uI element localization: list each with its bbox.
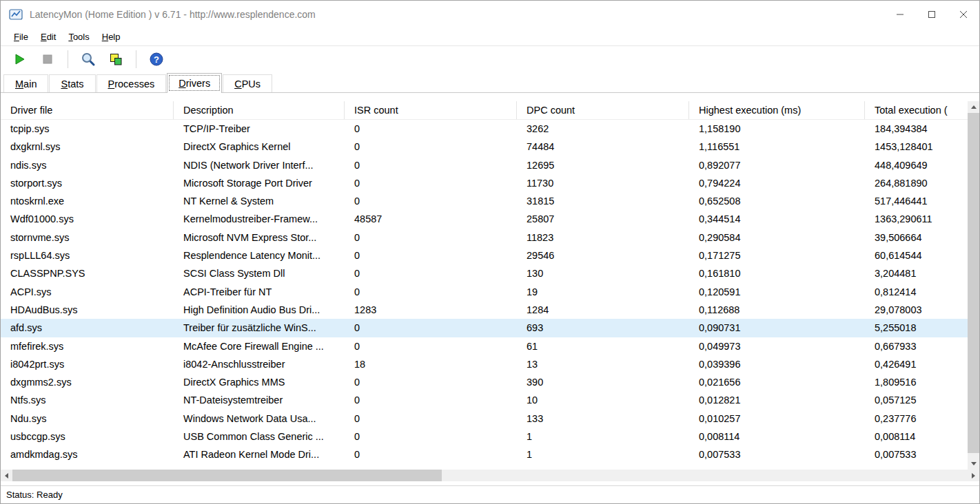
table-cell: 0 [345,138,517,156]
vertical-scrollbar-thumb[interactable] [968,113,979,453]
table-cell: 0,012821 [689,391,865,409]
table-row[interactable]: Wdf01000.sysKernelmodustreiber-Framew...… [1,210,968,228]
help-button[interactable]: ? [145,49,167,70]
table-row[interactable]: ACPI.sysACPI-Treiber für NT0190,1205910,… [1,283,968,301]
tab-drivers[interactable]: Drivers [167,73,222,93]
column-header-driver-file[interactable]: Driver file [1,101,174,119]
table-cell: tcpip.sys [1,120,174,138]
play-icon [13,52,27,66]
table-row[interactable]: usbccgp.sysUSB Common Class Generic ...0… [1,428,968,445]
table-cell: 1,809516 [865,373,968,391]
table-cell: 0,426491 [865,355,968,373]
table-row[interactable]: dxgkrnl.sysDirectX Graphics Kernel074484… [1,138,968,156]
menu-tools[interactable]: Tools [62,30,95,44]
table-cell: 0,171275 [689,246,865,264]
table-cell: 0 [345,246,517,264]
table-cell: 0,057125 [865,391,968,409]
scroll-down-button[interactable] [968,458,979,470]
table-cell: 13 [517,355,689,373]
table-cell: dxgmms2.sys [1,373,174,391]
tab-main[interactable]: Main [3,74,48,92]
table-cell: 0,039396 [689,355,865,373]
table-cell: Windows Network Data Usa... [174,410,345,428]
table-cell: McAfee Core Firewall Engine ... [174,337,345,355]
column-header-isr-count[interactable]: ISR count [345,101,517,119]
report-copy-button[interactable] [105,49,127,70]
table-cell: Microsoft NVM Express Stor... [174,229,345,246]
table-cell: 0,344514 [689,210,865,228]
table-cell: usbccgp.sys [1,428,174,445]
table-row[interactable]: stornvme.sysMicrosoft NVM Express Stor..… [1,229,968,246]
table-row[interactable]: tcpip.sysTCP/IP-Treiber032621,158190184,… [1,120,968,138]
table-cell: 0,008114 [689,428,865,445]
tab-cpus-label: PUs [242,78,261,90]
table-cell: 29,078003 [865,301,968,319]
table-cell: amdkmdag.sys [1,445,174,463]
table-cell: 0,090731 [689,319,865,337]
table-row[interactable]: dxgmms2.sysDirectX Graphics MMS03900,021… [1,373,968,391]
caption-buttons [884,1,979,28]
tab-cpus-accel: C [234,78,241,90]
tab-processes[interactable]: Processes [96,74,167,92]
tab-stats-accel: S [61,78,68,90]
tab-stats[interactable]: Stats [49,74,95,92]
table-row[interactable]: amdkmdag.sysATI Radeon Kernel Mode Dri..… [1,445,968,463]
table-row[interactable]: ndis.sysNDIS (Network Driver Interf...01… [1,156,968,174]
minimize-button[interactable] [884,1,916,28]
table-cell: 5,255018 [865,319,968,337]
table-row[interactable]: ntoskrnl.exeNT Kernel & System0318150,65… [1,192,968,210]
menu-edit-accel: E [41,32,47,42]
vertical-scrollbar[interactable] [968,101,979,470]
column-header-highest-execution[interactable]: Highest execution (ms) [689,101,865,119]
table-cell: 0 [345,283,517,301]
table-cell: 11730 [517,174,689,192]
scroll-up-button[interactable] [968,101,979,113]
table-row[interactable]: HDAudBus.sysHigh Definition Audio Bus Dr… [1,301,968,319]
scroll-left-button[interactable] [1,470,12,481]
tab-main-accel: M [15,78,23,90]
table-cell: High Definition Audio Bus Dri... [174,301,345,319]
table-row[interactable]: i8042prt.sysi8042-Anschlusstreiber18130,… [1,355,968,373]
table-cell: SCSI Class System Dll [174,264,345,282]
table-cell: 0,667933 [865,337,968,355]
maximize-button[interactable] [916,1,948,28]
menubar: File Edit Tools Help [1,28,979,46]
table-cell: 1283 [345,301,517,319]
table-cell: 0 [345,445,517,463]
table-row[interactable]: mfefirek.sysMcAfee Core Firewall Engine … [1,337,968,355]
titlebar[interactable]: LatencyMon (Home Edition ) v 6.71 - http… [1,1,979,28]
status-text: Status: Ready [6,490,63,500]
table-cell: 264,881890 [865,174,968,192]
menu-edit[interactable]: Edit [34,30,62,44]
column-header-total-execution[interactable]: Total execution ( [865,101,968,119]
table-cell: 11823 [517,229,689,246]
table-cell: CLASSPNP.SYS [1,264,174,282]
menu-help[interactable]: Help [96,30,127,44]
table-row[interactable]: rspLLL64.sysResplendence Latency Monit..… [1,246,968,264]
tabstrip: Main Stats Processes Drivers CPUs [1,72,979,93]
table-cell: DirectX Graphics MMS [174,373,345,391]
column-header-description[interactable]: Description [174,101,345,119]
table-row-selected[interactable]: afd.sysTreiber für zusätzliche WinS...06… [1,319,968,337]
column-header-dpc-count[interactable]: DPC count [517,101,689,119]
tab-cpus[interactable]: CPUs [223,74,272,92]
table-cell: Resplendence Latency Monit... [174,246,345,264]
table-row[interactable]: storport.sysMicrosoft Storage Port Drive… [1,174,968,192]
table-cell: 25807 [517,210,689,228]
table-cell: 1 [517,428,689,445]
options-tools-button[interactable] [77,49,99,70]
table-cell: 0,049973 [689,337,865,355]
table-row[interactable]: Ndu.sysWindows Network Data Usa...01330,… [1,410,968,428]
close-button[interactable] [948,1,979,28]
stop-monitor-button[interactable] [37,49,59,70]
horizontal-scrollbar[interactable] [1,470,979,481]
table-row[interactable]: Ntfs.sysNT-Dateisystemtreiber0100,012821… [1,391,968,409]
horizontal-scrollbar-thumb[interactable] [12,470,442,481]
tab-main-label: ain [23,78,37,90]
scroll-right-button[interactable] [968,470,979,481]
start-monitor-button[interactable] [9,49,31,70]
table-cell: ACPI.sys [1,283,174,301]
table-cell: 3,204481 [865,264,968,282]
table-row[interactable]: CLASSPNP.SYSSCSI Class System Dll01300,1… [1,264,968,282]
menu-file[interactable]: File [8,30,34,44]
